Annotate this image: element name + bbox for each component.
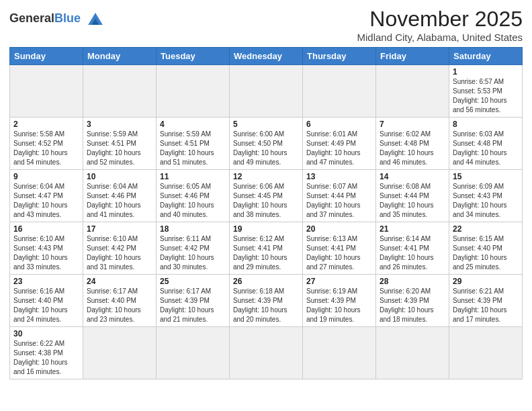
day-info: Sunrise: 6:22 AMSunset: 4:38 PMDaylight:… xyxy=(13,339,79,377)
calendar-cell: 30Sunrise: 6:22 AMSunset: 4:38 PMDayligh… xyxy=(10,327,83,379)
day-info: Sunrise: 6:10 AMSunset: 4:42 PMDaylight:… xyxy=(87,234,152,272)
week-row-2: 9Sunrise: 6:04 AMSunset: 4:47 PMDaylight… xyxy=(10,170,523,222)
day-number: 13 xyxy=(306,172,372,181)
day-info: Sunrise: 6:11 AMSunset: 4:42 PMDaylight:… xyxy=(160,234,226,272)
calendar-cell xyxy=(157,327,230,379)
weekday-header-saturday: Saturday xyxy=(449,48,523,65)
calendar-cell: 15Sunrise: 6:09 AMSunset: 4:43 PMDayligh… xyxy=(449,170,523,222)
weekday-header-wednesday: Wednesday xyxy=(230,48,303,65)
calendar-cell: 18Sunrise: 6:11 AMSunset: 4:42 PMDayligh… xyxy=(157,222,230,275)
calendar-cell xyxy=(303,65,376,118)
day-number: 19 xyxy=(233,224,299,234)
calendar-cell: 22Sunrise: 6:15 AMSunset: 4:40 PMDayligh… xyxy=(449,222,523,275)
calendar-cell: 9Sunrise: 6:04 AMSunset: 4:47 PMDaylight… xyxy=(10,170,83,222)
day-info: Sunrise: 5:59 AMSunset: 4:51 PMDaylight:… xyxy=(87,130,152,167)
day-info: Sunrise: 6:13 AMSunset: 4:41 PMDaylight:… xyxy=(306,234,372,272)
calendar-cell: 12Sunrise: 6:06 AMSunset: 4:45 PMDayligh… xyxy=(230,170,303,222)
day-number: 14 xyxy=(380,172,445,181)
day-number: 25 xyxy=(160,277,226,286)
calendar-cell: 16Sunrise: 6:10 AMSunset: 4:43 PMDayligh… xyxy=(10,222,83,275)
day-info: Sunrise: 6:04 AMSunset: 4:47 PMDaylight:… xyxy=(13,182,79,220)
day-number: 2 xyxy=(13,120,79,129)
logo-text: GeneralBlue xyxy=(9,12,81,26)
day-number: 24 xyxy=(87,277,152,286)
day-number: 6 xyxy=(306,120,372,129)
calendar-cell xyxy=(376,65,449,118)
calendar-cell: 25Sunrise: 6:17 AMSunset: 4:39 PMDayligh… xyxy=(157,275,230,327)
day-number: 12 xyxy=(233,172,299,181)
calendar-cell xyxy=(230,65,303,118)
calendar-cell: 24Sunrise: 6:17 AMSunset: 4:40 PMDayligh… xyxy=(83,275,157,327)
calendar-cell: 2Sunrise: 5:58 AMSunset: 4:52 PMDaylight… xyxy=(10,118,83,170)
calendar-cell xyxy=(449,327,523,379)
day-number: 30 xyxy=(13,329,79,338)
day-info: Sunrise: 6:08 AMSunset: 4:44 PMDaylight:… xyxy=(380,182,445,220)
day-number: 21 xyxy=(380,224,445,234)
weekday-header-monday: Monday xyxy=(83,48,157,65)
day-number: 23 xyxy=(13,277,79,286)
calendar-cell: 26Sunrise: 6:18 AMSunset: 4:39 PMDayligh… xyxy=(230,275,303,327)
day-info: Sunrise: 6:04 AMSunset: 4:46 PMDaylight:… xyxy=(87,182,152,220)
day-info: Sunrise: 6:57 AMSunset: 5:53 PMDaylight:… xyxy=(453,77,519,115)
calendar-cell: 13Sunrise: 6:07 AMSunset: 4:44 PMDayligh… xyxy=(303,170,376,222)
day-number: 15 xyxy=(453,172,519,181)
calendar-cell: 10Sunrise: 6:04 AMSunset: 4:46 PMDayligh… xyxy=(83,170,157,222)
logo-general: General xyxy=(9,11,54,25)
calendar-cell: 27Sunrise: 6:19 AMSunset: 4:39 PMDayligh… xyxy=(303,275,376,327)
day-number: 26 xyxy=(233,277,299,286)
day-info: Sunrise: 6:19 AMSunset: 4:39 PMDaylight:… xyxy=(306,287,372,324)
day-number: 20 xyxy=(306,224,372,234)
day-number: 16 xyxy=(13,224,79,234)
day-info: Sunrise: 6:03 AMSunset: 4:48 PMDaylight:… xyxy=(453,130,519,167)
day-info: Sunrise: 6:06 AMSunset: 4:45 PMDaylight:… xyxy=(233,182,299,220)
calendar-cell xyxy=(83,65,157,118)
day-number: 5 xyxy=(233,120,299,129)
calendar-cell: 23Sunrise: 6:16 AMSunset: 4:40 PMDayligh… xyxy=(10,275,83,327)
day-info: Sunrise: 6:09 AMSunset: 4:43 PMDaylight:… xyxy=(453,182,519,220)
calendar-cell xyxy=(303,327,376,379)
day-number: 29 xyxy=(453,277,519,286)
week-row-1: 2Sunrise: 5:58 AMSunset: 4:52 PMDaylight… xyxy=(10,118,523,170)
weekday-header-thursday: Thursday xyxy=(303,48,376,65)
header: GeneralBlue November 2025 Midland City, … xyxy=(9,7,523,43)
day-info: Sunrise: 6:20 AMSunset: 4:39 PMDaylight:… xyxy=(380,287,445,324)
logo-icon xyxy=(83,7,107,31)
day-number: 8 xyxy=(453,120,519,129)
day-info: Sunrise: 6:10 AMSunset: 4:43 PMDaylight:… xyxy=(13,234,79,272)
weekday-header-sunday: Sunday xyxy=(10,48,83,65)
calendar-cell: 21Sunrise: 6:14 AMSunset: 4:41 PMDayligh… xyxy=(376,222,449,275)
calendar-cell xyxy=(376,327,449,379)
page: GeneralBlue November 2025 Midland City, … xyxy=(0,0,532,411)
day-info: Sunrise: 6:16 AMSunset: 4:40 PMDaylight:… xyxy=(13,287,79,324)
day-info: Sunrise: 6:17 AMSunset: 4:39 PMDaylight:… xyxy=(160,287,226,324)
calendar-cell: 7Sunrise: 6:02 AMSunset: 4:48 PMDaylight… xyxy=(376,118,449,170)
calendar-subtitle: Midland City, Alabama, United States xyxy=(357,32,523,43)
week-row-5: 30Sunrise: 6:22 AMSunset: 4:38 PMDayligh… xyxy=(10,327,523,379)
day-info: Sunrise: 6:05 AMSunset: 4:46 PMDaylight:… xyxy=(160,182,226,220)
calendar-title: November 2025 xyxy=(357,7,523,32)
day-number: 9 xyxy=(13,172,79,181)
calendar-cell xyxy=(10,65,83,118)
day-info: Sunrise: 5:59 AMSunset: 4:51 PMDaylight:… xyxy=(160,130,226,167)
calendar-cell: 29Sunrise: 6:21 AMSunset: 4:39 PMDayligh… xyxy=(449,275,523,327)
day-info: Sunrise: 6:00 AMSunset: 4:50 PMDaylight:… xyxy=(233,130,299,167)
day-info: Sunrise: 6:14 AMSunset: 4:41 PMDaylight:… xyxy=(380,234,445,272)
day-number: 28 xyxy=(380,277,445,286)
logo: GeneralBlue xyxy=(9,7,107,31)
day-info: Sunrise: 5:58 AMSunset: 4:52 PMDaylight:… xyxy=(13,130,79,167)
title-block: November 2025 Midland City, Alabama, Uni… xyxy=(357,7,523,43)
day-info: Sunrise: 6:01 AMSunset: 4:49 PMDaylight:… xyxy=(306,130,372,167)
calendar-cell: 19Sunrise: 6:12 AMSunset: 4:41 PMDayligh… xyxy=(230,222,303,275)
day-number: 27 xyxy=(306,277,372,286)
day-number: 10 xyxy=(87,172,152,181)
calendar-cell: 5Sunrise: 6:00 AMSunset: 4:50 PMDaylight… xyxy=(230,118,303,170)
day-number: 7 xyxy=(380,120,445,129)
calendar-cell xyxy=(230,327,303,379)
calendar-cell: 4Sunrise: 5:59 AMSunset: 4:51 PMDaylight… xyxy=(157,118,230,170)
day-number: 22 xyxy=(453,224,519,234)
week-row-0: 1Sunrise: 6:57 AMSunset: 5:53 PMDaylight… xyxy=(10,65,523,118)
calendar-cell: 8Sunrise: 6:03 AMSunset: 4:48 PMDaylight… xyxy=(449,118,523,170)
day-number: 11 xyxy=(160,172,226,181)
calendar-cell: 14Sunrise: 6:08 AMSunset: 4:44 PMDayligh… xyxy=(376,170,449,222)
calendar-cell: 6Sunrise: 6:01 AMSunset: 4:49 PMDaylight… xyxy=(303,118,376,170)
